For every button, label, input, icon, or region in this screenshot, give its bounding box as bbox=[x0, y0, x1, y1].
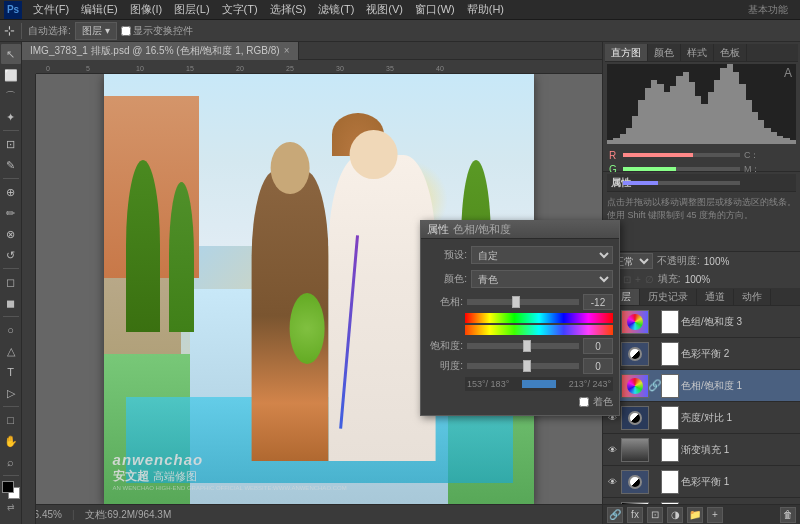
layer-item[interactable]: 👁 渐变填充 1 bbox=[603, 434, 800, 466]
tab-history[interactable]: 历史记录 bbox=[640, 289, 697, 305]
tool-separator-4 bbox=[3, 316, 19, 317]
fill-row: 🔒 ⊡ + ∅ 填充: 100% bbox=[603, 270, 800, 288]
layer-mask bbox=[661, 406, 679, 430]
layer-item[interactable]: 👁 色彩平衡 1 bbox=[603, 466, 800, 498]
menu-edit[interactable]: 编辑(E) bbox=[76, 1, 123, 18]
hue-value[interactable]: -12 bbox=[583, 294, 613, 310]
sat-slider-thumb[interactable] bbox=[523, 340, 531, 352]
tool-dodge[interactable]: ○ bbox=[1, 320, 21, 340]
tool-gradient[interactable]: ◼ bbox=[1, 293, 21, 313]
fg-bg-colors[interactable] bbox=[2, 481, 20, 499]
add-adjustment-btn[interactable]: ◑ bbox=[667, 507, 683, 523]
layer-item[interactable]: 👁 亮度/对比 1 bbox=[603, 402, 800, 434]
sat-slider-wrap[interactable] bbox=[467, 340, 579, 352]
workspace-label: 基本功能 bbox=[748, 3, 788, 17]
light-slider-thumb[interactable] bbox=[523, 360, 531, 372]
add-group-btn[interactable]: 📁 bbox=[687, 507, 703, 523]
tool-path[interactable]: ▷ bbox=[1, 383, 21, 403]
couple-area bbox=[242, 139, 436, 462]
dialog-title-bar[interactable]: 属性 色相/饱和度 bbox=[421, 221, 619, 239]
swap-colors-icon[interactable]: ⇄ bbox=[7, 502, 15, 512]
sat-value[interactable]: 0 bbox=[583, 338, 613, 354]
hue-slider-track bbox=[467, 299, 579, 305]
tab-histogram[interactable]: 直方图 bbox=[605, 44, 648, 61]
colorize-checkbox[interactable] bbox=[579, 397, 589, 407]
tool-eyedropper[interactable]: ✎ bbox=[1, 155, 21, 175]
tool-clone[interactable]: ⊗ bbox=[1, 224, 21, 244]
layer-item[interactable]: 👁 色彩平衡 2 bbox=[603, 338, 800, 370]
range1-val: 153°/ 183° bbox=[467, 379, 509, 389]
tool-zoom[interactable]: ⌕ bbox=[1, 452, 21, 472]
r-bar bbox=[623, 153, 740, 157]
add-link-btn[interactable]: 🔗 bbox=[607, 507, 623, 523]
menu-filter[interactable]: 滤镜(T) bbox=[313, 1, 359, 18]
dropdown-arrow: ▾ bbox=[105, 25, 110, 36]
layer-item[interactable]: 👁 🔗 色相/饱和度 1 bbox=[603, 370, 800, 402]
menu-file[interactable]: 文件(F) bbox=[28, 1, 74, 18]
light-slider-wrap[interactable] bbox=[467, 360, 579, 372]
layer-item[interactable]: 👁 色组/饱和度 3 bbox=[603, 306, 800, 338]
tab-styles[interactable]: 样式 bbox=[681, 44, 714, 61]
tool-healing[interactable]: ⊕ bbox=[1, 182, 21, 202]
tool-type[interactable]: T bbox=[1, 362, 21, 382]
toolbar: ⊹ 自动选择: 图层 ▾ 显示变换控件 bbox=[0, 20, 800, 42]
tool-brush[interactable]: ✏ bbox=[1, 203, 21, 223]
tab-actions[interactable]: 动作 bbox=[734, 289, 771, 305]
tool-separator-3 bbox=[3, 268, 19, 269]
layer-visibility-toggle[interactable]: 👁 bbox=[605, 475, 619, 489]
menu-view[interactable]: 视图(V) bbox=[361, 1, 408, 18]
delete-layer-btn[interactable]: 🗑 bbox=[780, 507, 796, 523]
tool-move[interactable]: ↖ bbox=[1, 44, 21, 64]
menu-select[interactable]: 选择(S) bbox=[265, 1, 312, 18]
tool-history-brush[interactable]: ↺ bbox=[1, 245, 21, 265]
tree-mid bbox=[169, 182, 195, 333]
file-tab-name: IMG_3783_1 排版.psd @ 16.5% (色相/饱和度 1, RGB… bbox=[30, 44, 280, 58]
tool-shape[interactable]: □ bbox=[1, 410, 21, 430]
histogram-bars bbox=[607, 64, 796, 144]
tool-magic-wand[interactable]: ✦ bbox=[1, 107, 21, 127]
add-fx-btn[interactable]: fx bbox=[627, 507, 643, 523]
menu-image[interactable]: 图像(I) bbox=[125, 1, 167, 18]
tab-color-info[interactable]: 颜色 bbox=[648, 44, 681, 61]
sat-slider-row: 饱和度: 0 bbox=[427, 337, 613, 355]
show-transform-checkbox-label[interactable]: 显示变换控件 bbox=[121, 24, 193, 38]
auto-select-dropdown[interactable]: 图层 ▾ bbox=[75, 22, 117, 40]
tool-pen[interactable]: △ bbox=[1, 341, 21, 361]
add-layer-btn[interactable]: + bbox=[707, 507, 723, 523]
show-transform-checkbox[interactable] bbox=[121, 26, 131, 36]
menu-bar: Ps 文件(F) 编辑(E) 图像(I) 图层(L) 文字(T) 选择(S) 滤… bbox=[0, 0, 800, 20]
blend-mode-row: 正常 不透明度: 100% bbox=[603, 252, 800, 270]
menu-help[interactable]: 帮助(H) bbox=[462, 1, 509, 18]
file-tab-close[interactable]: × bbox=[284, 45, 290, 56]
tool-eraser[interactable]: ◻ bbox=[1, 272, 21, 292]
channel-select[interactable]: 青色 bbox=[471, 270, 613, 288]
layer-name: 渐变填充 1 bbox=[681, 443, 798, 457]
b-bar bbox=[623, 181, 740, 185]
tab-swatches[interactable]: 色板 bbox=[714, 44, 747, 61]
menu-type[interactable]: 文字(T) bbox=[217, 1, 263, 18]
document-tab[interactable]: IMG_3783_1 排版.psd @ 16.5% (色相/饱和度 1, RGB… bbox=[22, 42, 299, 60]
menu-window[interactable]: 窗口(W) bbox=[410, 1, 460, 18]
r-label: R bbox=[609, 150, 621, 161]
layer-mask bbox=[661, 310, 679, 334]
document-tab-bar: IMG_3783_1 排版.psd @ 16.5% (色相/饱和度 1, RGB… bbox=[22, 42, 602, 60]
tool-marquee[interactable]: ⬜ bbox=[1, 65, 21, 85]
bright-adj-icon bbox=[628, 411, 642, 425]
histogram-icon-a: A bbox=[784, 66, 792, 80]
add-mask-btn[interactable]: ⊡ bbox=[647, 507, 663, 523]
menu-layer[interactable]: 图层(L) bbox=[169, 1, 214, 18]
histogram-display: A bbox=[607, 64, 796, 144]
layer-link-icon bbox=[651, 478, 659, 486]
light-value[interactable]: 0 bbox=[583, 358, 613, 374]
tool-lasso[interactable]: ⌒ bbox=[1, 86, 21, 106]
preset-select[interactable]: 自定 bbox=[471, 246, 613, 264]
tool-crop[interactable]: ⊡ bbox=[1, 134, 21, 154]
layer-visibility-toggle[interactable]: 👁 bbox=[605, 443, 619, 457]
tool-hand[interactable]: ✋ bbox=[1, 431, 21, 451]
auto-select-label: 自动选择: bbox=[28, 24, 71, 38]
hue-slider-wrap[interactable] bbox=[467, 296, 579, 308]
range2-val: 213°/ 243° bbox=[569, 379, 611, 389]
layer-name: 色组/饱和度 3 bbox=[681, 315, 798, 329]
hue-slider-thumb[interactable] bbox=[512, 296, 520, 308]
tab-channels[interactable]: 通道 bbox=[697, 289, 734, 305]
